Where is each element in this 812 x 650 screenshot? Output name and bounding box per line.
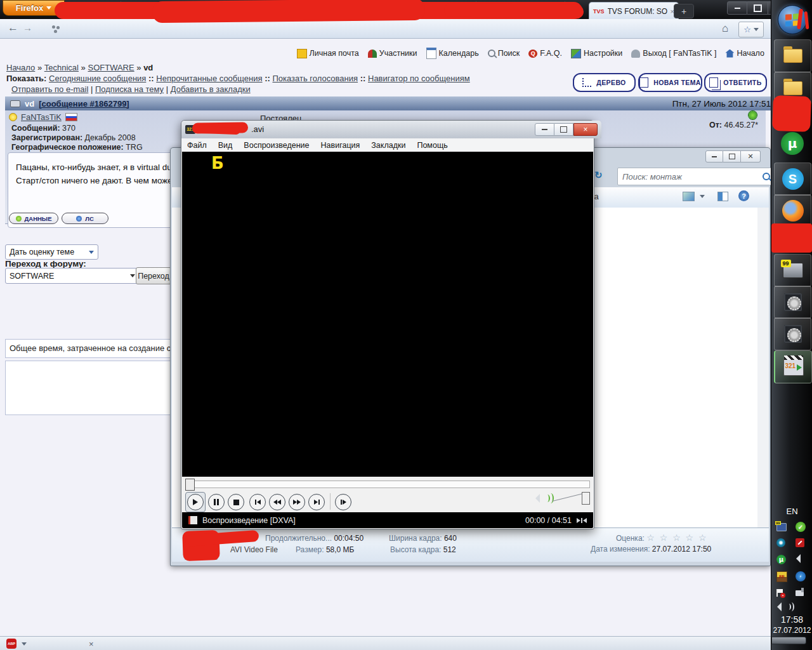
todays-messages-link[interactable]: Сегодняшние сообщения — [49, 74, 146, 83]
subscribe-link[interactable]: Подписка на тему — [95, 84, 164, 94]
menu-help[interactable]: Помощь — [411, 140, 453, 151]
views-dropdown-icon[interactable] — [700, 195, 705, 198]
volume-track[interactable] — [553, 493, 585, 501]
taskbar-explorer-button[interactable] — [774, 39, 811, 72]
personal-mail-link[interactable]: Личная почта — [297, 49, 359, 58]
tree-view-button[interactable]: ДЕРЕВО — [573, 73, 636, 92]
new-topic-button[interactable]: НОВАЯ ТЕМА — [638, 73, 702, 92]
pause-button[interactable] — [208, 494, 225, 510]
taskbar-skype-button[interactable]: S — [774, 162, 811, 196]
rating-stars[interactable]: ☆ ☆ ☆ ☆ ☆ — [646, 533, 707, 543]
reply-button[interactable]: ОТВЕТИТЬ — [704, 73, 767, 92]
forward-button[interactable]: → — [23, 22, 32, 33]
menu-navigation[interactable]: Навигация — [315, 140, 366, 151]
taskbar-utorrent-button[interactable]: µ — [781, 132, 804, 155]
members-link[interactable]: Участники — [368, 49, 417, 58]
clock-time[interactable]: 17:58 — [771, 614, 812, 625]
message-permalink[interactable]: [сообщение #1862799] — [39, 99, 129, 109]
menu-file[interactable]: Файл — [181, 140, 213, 151]
preview-pane-icon[interactable] — [717, 192, 728, 201]
home-button[interactable]: ⌂ — [722, 22, 728, 35]
maximize-button[interactable] — [554, 123, 573, 136]
refresh-icon[interactable]: ↻ — [594, 169, 603, 181]
tray-adobe-icon[interactable] — [796, 538, 804, 547]
taskbar-mpc-button[interactable]: 321 — [774, 350, 812, 383]
tray-action-center-icon[interactable]: × — [776, 588, 787, 598]
play-button[interactable] — [185, 492, 206, 512]
close-button[interactable]: ✕ — [741, 150, 761, 162]
goto-button[interactable]: Переход — [136, 267, 171, 284]
send-email-link[interactable]: Отправить по e-mail — [11, 84, 88, 94]
seek-thumb[interactable] — [185, 479, 195, 491]
minimize-button[interactable] — [705, 150, 723, 162]
taskbar-virtualdub-button-2[interactable] — [774, 317, 811, 350]
language-indicator[interactable]: EN — [771, 507, 812, 516]
volume-thumb[interactable] — [582, 492, 590, 505]
taskbar-remote-app-button[interactable]: 99 — [774, 254, 811, 287]
tray-skype-online-icon[interactable]: ✓ — [796, 522, 806, 532]
chevron-down-icon — [89, 251, 94, 254]
private-message-button[interactable]: ЛС — [62, 213, 108, 224]
show-polls-link[interactable]: Показать голосования — [272, 74, 358, 83]
maximize-button[interactable] — [747, 1, 768, 15]
search-icon[interactable] — [763, 173, 770, 180]
virtualdub-icon — [784, 325, 802, 343]
scrollbar[interactable] — [757, 208, 769, 527]
skip-forward-button[interactable] — [308, 494, 325, 510]
rate-topic-select[interactable]: Дать оценку теме — [5, 244, 98, 260]
clock-date[interactable]: 27.07.2012 — [771, 626, 812, 635]
logout-link[interactable]: Выход [ FaNTasTiK ] — [631, 49, 716, 58]
views-icon[interactable] — [683, 192, 695, 201]
settings-link[interactable]: Настройки — [571, 49, 622, 58]
back-button[interactable]: ← — [8, 22, 18, 34]
rewind-button[interactable] — [269, 494, 285, 510]
tray-webcam-icon[interactable] — [776, 538, 785, 547]
new-tab-button[interactable]: + — [674, 4, 694, 18]
close-button[interactable]: × — [573, 123, 598, 136]
tab-groups-icon[interactable] — [52, 25, 55, 29]
message-navigator-link[interactable]: Навигатор по сообщениям — [368, 74, 470, 83]
minimize-button[interactable] — [535, 123, 554, 136]
calendar-link[interactable]: Календарь — [426, 48, 479, 59]
tray-muted-speaker-icon[interactable] — [797, 556, 807, 566]
tray-volume-icon[interactable] — [778, 604, 788, 614]
rating-field[interactable]: Оценка: ☆ ☆ ☆ ☆ ☆ — [616, 533, 708, 543]
author-link[interactable]: FaNTasTiK — [21, 112, 62, 122]
bookmarks-button[interactable]: ☆ — [738, 22, 764, 37]
forum-select[interactable]: SOFTWARE — [5, 268, 140, 284]
seek-track[interactable] — [185, 481, 590, 488]
tray-utorrent-icon[interactable]: µ — [776, 555, 786, 564]
unread-messages-link[interactable]: Непрочитанные сообщения — [156, 74, 262, 83]
taskbar-virtualdub-button[interactable] — [774, 286, 811, 319]
menu-playback[interactable]: Воспроизведение — [238, 140, 315, 151]
breadcrumb-software[interactable]: SOFTWARE — [88, 63, 134, 72]
minimize-button[interactable] — [727, 1, 747, 15]
breadcrumb-technical[interactable]: Technical — [44, 63, 79, 72]
fast-forward-button[interactable] — [289, 494, 305, 510]
help-icon[interactable]: ? — [738, 190, 749, 201]
forum-search-link[interactable]: Поиск — [488, 49, 520, 58]
show-desktop-button[interactable] — [771, 637, 806, 644]
frame-step-button[interactable] — [335, 494, 351, 510]
tab-tvs-forum[interactable]: TVS TVS FORUM: SO... × — [589, 2, 679, 20]
explorer-search-input[interactable]: Поиск: монтаж — [617, 168, 775, 185]
menu-bookmarks[interactable]: Закладки — [365, 140, 411, 151]
tray-network-icon[interactable] — [796, 588, 806, 598]
adblock-icon[interactable]: ABP — [6, 639, 16, 649]
forum-home-link[interactable]: Начало — [725, 49, 764, 58]
faq-link[interactable]: QF.A.Q. — [528, 49, 562, 58]
tray-lightning-icon[interactable] — [796, 571, 806, 581]
skip-back-button[interactable] — [249, 494, 266, 510]
adblock-dropdown-icon[interactable] — [22, 642, 27, 646]
seek-bar[interactable] — [182, 477, 593, 491]
menu-view[interactable]: Вид — [213, 140, 239, 151]
tray-ffdshow-icon[interactable]: FF — [776, 571, 787, 582]
maximize-button[interactable] — [723, 150, 741, 162]
tray-remote-99-icon[interactable]: 99 — [776, 522, 787, 532]
addon-bar-close-icon[interactable]: × — [89, 639, 94, 649]
bookmark-thread-link[interactable]: Добавить в закладки — [171, 84, 251, 94]
stop-button[interactable] — [228, 494, 244, 510]
profile-button[interactable]: ДАННЫЕ — [9, 213, 58, 224]
taskbar-firefox-button[interactable] — [774, 194, 811, 227]
breadcrumb-home[interactable]: Начало — [6, 63, 35, 72]
